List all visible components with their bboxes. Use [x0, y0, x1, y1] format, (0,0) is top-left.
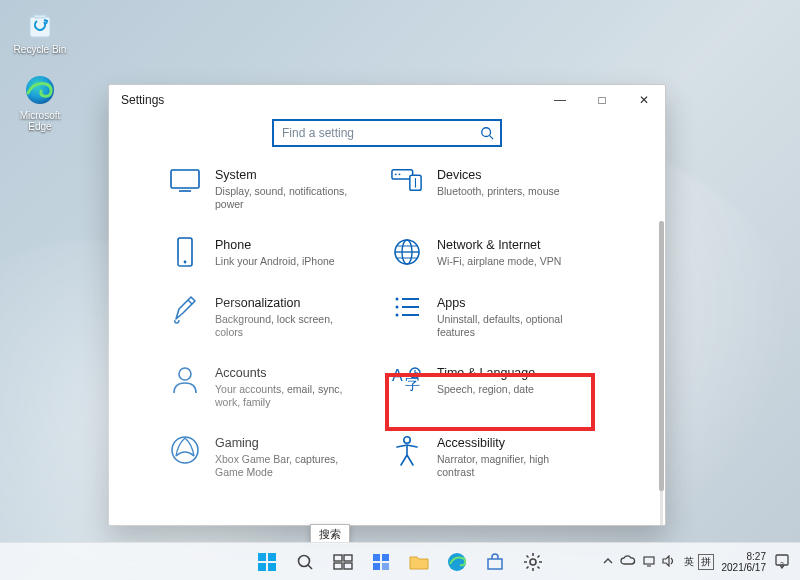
category-label: Accessibility — [437, 435, 577, 451]
svg-point-12 — [184, 261, 187, 264]
svg-point-21 — [396, 306, 399, 309]
window-title: Settings — [121, 93, 164, 107]
category-label: Personalization — [215, 295, 355, 311]
search-input[interactable] — [282, 126, 480, 140]
search-icon — [480, 126, 494, 140]
svg-rect-33 — [258, 553, 266, 561]
svg-point-19 — [396, 298, 399, 301]
settings-content: System Display, sound, notifications, po… — [109, 161, 665, 525]
category-accounts[interactable]: Accounts Your accounts, email, sync, wor… — [169, 365, 391, 409]
category-accessibility[interactable]: Accessibility Narrator, magnifier, high … — [391, 435, 613, 479]
svg-rect-36 — [268, 563, 276, 571]
accounts-icon — [169, 365, 201, 397]
svg-text:3: 3 — [780, 561, 784, 568]
tray-volume-icon[interactable] — [662, 555, 676, 569]
task-view-button[interactable] — [326, 547, 360, 577]
svg-rect-39 — [334, 555, 342, 561]
svg-rect-41 — [334, 563, 342, 569]
svg-point-48 — [530, 559, 536, 565]
category-desc: Bluetooth, printers, mouse — [437, 185, 560, 198]
close-button[interactable]: ✕ — [623, 85, 665, 115]
search-box[interactable] — [272, 119, 502, 147]
svg-rect-4 — [171, 170, 199, 188]
scrollbar-thumb[interactable] — [659, 221, 664, 491]
notifications-button[interactable]: 3 — [774, 553, 790, 571]
svg-text:A: A — [392, 367, 403, 384]
tray-network-icon[interactable] — [642, 555, 656, 569]
category-time-language[interactable]: A字 Time & Language Speech, region, date — [391, 365, 613, 409]
desktop: Recycle Bin Microsoft Edge Settings — [0, 0, 800, 580]
desktop-icon-edge[interactable]: Microsoft Edge — [10, 72, 70, 132]
svg-point-31 — [172, 437, 198, 463]
category-label: Network & Internet — [437, 237, 561, 253]
taskbar-explorer[interactable] — [402, 547, 436, 577]
system-icon — [169, 167, 201, 199]
svg-point-37 — [299, 555, 310, 566]
svg-rect-42 — [344, 563, 352, 569]
svg-line-3 — [490, 136, 494, 140]
svg-point-2 — [482, 128, 491, 137]
svg-rect-35 — [258, 563, 266, 571]
category-desc: Xbox Game Bar, captures, Game Mode — [215, 453, 355, 479]
network-icon — [391, 237, 423, 269]
phone-icon — [169, 237, 201, 269]
svg-text:字: 字 — [405, 376, 420, 392]
taskbar-settings[interactable] — [516, 547, 550, 577]
svg-point-8 — [399, 173, 401, 175]
gaming-icon — [169, 435, 201, 467]
category-devices[interactable]: Devices Bluetooth, printers, mouse — [391, 167, 613, 211]
svg-rect-34 — [268, 553, 276, 561]
taskbar-search-button[interactable] — [288, 547, 322, 577]
apps-icon — [391, 295, 423, 327]
tray-onedrive-icon[interactable] — [620, 555, 636, 569]
category-desc: Narrator, magnifier, high contrast — [437, 453, 577, 479]
taskbar: 英 拼 8:27 2021/6/17 3 — [0, 542, 800, 580]
category-desc: Link your Android, iPhone — [215, 255, 335, 268]
desktop-icon-recycle-bin[interactable]: Recycle Bin — [10, 6, 70, 55]
category-label: Devices — [437, 167, 560, 183]
category-phone[interactable]: Phone Link your Android, iPhone — [169, 237, 391, 269]
taskbar-edge[interactable] — [440, 547, 474, 577]
category-label: Gaming — [215, 435, 355, 451]
tray-chevron-icon[interactable] — [602, 555, 614, 569]
category-desc: Display, sound, notifications, power — [215, 185, 355, 211]
accessibility-icon — [391, 435, 423, 467]
svg-line-18 — [188, 300, 192, 304]
category-desc: Speech, region, date — [437, 383, 535, 396]
svg-rect-46 — [382, 563, 389, 570]
taskbar-clock[interactable]: 8:27 2021/6/17 — [722, 551, 767, 573]
svg-rect-43 — [373, 554, 380, 561]
category-desc: Uninstall, defaults, optional features — [437, 313, 577, 339]
minimize-button[interactable]: — — [539, 85, 581, 115]
personalization-icon — [169, 295, 201, 327]
svg-rect-49 — [644, 557, 654, 564]
svg-rect-40 — [344, 555, 352, 561]
taskbar-store[interactable] — [478, 547, 512, 577]
recycle-bin-icon — [22, 6, 58, 42]
category-gaming[interactable]: Gaming Xbox Game Bar, captures, Game Mod… — [169, 435, 391, 479]
svg-point-32 — [404, 437, 410, 443]
category-label: Apps — [437, 295, 577, 311]
category-desc: Wi-Fi, airplane mode, VPN — [437, 255, 561, 268]
category-label: Accounts — [215, 365, 355, 381]
start-button[interactable] — [250, 547, 284, 577]
svg-point-25 — [179, 368, 191, 380]
category-desc: Your accounts, email, sync, work, family — [215, 383, 355, 409]
svg-line-38 — [308, 565, 312, 569]
svg-rect-45 — [373, 563, 380, 570]
category-system[interactable]: System Display, sound, notifications, po… — [169, 167, 391, 211]
desktop-icon-label: Recycle Bin — [10, 44, 70, 55]
category-label: Phone — [215, 237, 335, 253]
ime-indicator[interactable]: 英 拼 — [684, 554, 714, 570]
titlebar[interactable]: Settings — □ ✕ — [109, 85, 665, 115]
category-network[interactable]: Network & Internet Wi-Fi, airplane mode,… — [391, 237, 613, 269]
category-desc: Background, lock screen, colors — [215, 313, 355, 339]
svg-rect-44 — [382, 554, 389, 561]
category-label: Time & Language — [437, 365, 535, 381]
category-personalization[interactable]: Personalization Background, lock screen,… — [169, 295, 391, 339]
category-apps[interactable]: Apps Uninstall, defaults, optional featu… — [391, 295, 613, 339]
svg-point-7 — [395, 173, 397, 175]
edge-icon — [22, 72, 58, 108]
maximize-button[interactable]: □ — [581, 85, 623, 115]
widgets-button[interactable] — [364, 547, 398, 577]
